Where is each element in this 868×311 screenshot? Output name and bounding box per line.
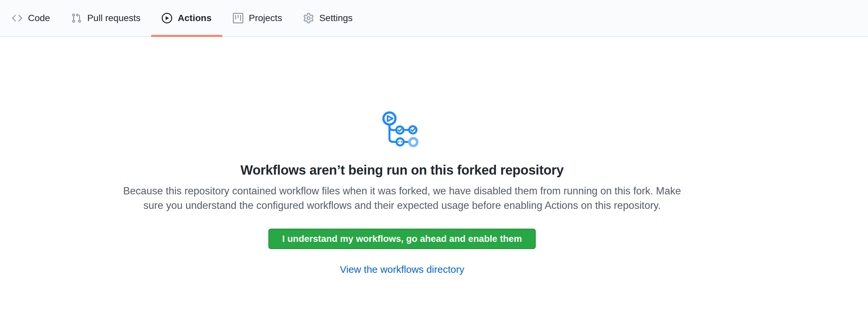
- main-content: Workflows aren’t being run on this forke…: [0, 37, 868, 275]
- repo-tab-nav: Code Pull requests Actions Projects Sett…: [0, 0, 868, 37]
- enable-workflows-button[interactable]: I understand my workflows, go ahead and …: [268, 229, 536, 249]
- tab-pull-requests[interactable]: Pull requests: [61, 0, 151, 36]
- view-workflows-directory-link[interactable]: View the workflows directory: [340, 263, 464, 275]
- description-line-2: sure you understand the configured workf…: [143, 200, 660, 211]
- description-line-1: Because this repository contained workfl…: [123, 185, 681, 197]
- play-icon: [162, 13, 172, 23]
- workflow-graph-icon: [379, 108, 425, 151]
- code-icon: [12, 13, 22, 23]
- tab-settings[interactable]: Settings: [293, 0, 363, 36]
- tab-code-label: Code: [28, 13, 50, 23]
- tab-actions-label: Actions: [178, 13, 212, 23]
- blankslate-description: Because this repository contained workfl…: [123, 184, 681, 213]
- tab-projects-label: Projects: [249, 13, 282, 23]
- tab-projects[interactable]: Projects: [222, 0, 293, 36]
- blankslate-heading: Workflows aren’t being run on this forke…: [240, 162, 564, 178]
- project-icon: [233, 13, 243, 23]
- tab-pull-requests-label: Pull requests: [87, 13, 141, 23]
- tab-settings-label: Settings: [319, 13, 353, 23]
- tab-actions[interactable]: Actions: [151, 0, 222, 36]
- git-pull-request-icon: [71, 13, 82, 23]
- gear-icon: [303, 13, 314, 23]
- tab-code[interactable]: Code: [1, 0, 61, 36]
- actions-disabled-blankslate: Workflows aren’t being run on this forke…: [0, 37, 836, 275]
